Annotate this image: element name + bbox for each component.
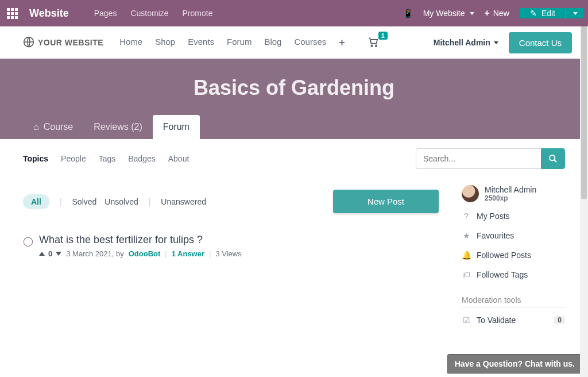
mobile-preview-icon[interactable]: 📱 — [403, 9, 413, 18]
separator: | — [149, 197, 151, 206]
subtab-about[interactable]: About — [168, 154, 189, 163]
subtab-badges[interactable]: Badges — [128, 154, 155, 163]
logo-text: YOUR WEBSITE — [38, 38, 103, 47]
tab-forum[interactable]: Forum — [153, 115, 200, 139]
separator: | — [60, 197, 62, 206]
forum-subnav: Topics People Tags Badges About — [0, 139, 588, 178]
admin-menu-customize[interactable]: Customize — [130, 9, 168, 18]
star-icon: ★ — [462, 231, 471, 240]
my-website-dropdown[interactable]: My Website — [423, 9, 474, 18]
admin-menu-pages[interactable]: Pages — [94, 9, 117, 18]
admin-menu: Pages Customize Promote — [94, 9, 213, 18]
admin-menu-promote[interactable]: Promote — [183, 9, 213, 18]
home-icon — [33, 122, 39, 132]
tab-reviews[interactable]: Reviews (2) — [83, 115, 152, 139]
admin-bar: Website Pages Customize Promote 📱 My Web… — [0, 0, 588, 26]
subtab-people[interactable]: People — [61, 154, 86, 163]
new-post-button[interactable]: New Post — [333, 190, 439, 213]
cart-badge: 1 — [378, 32, 388, 40]
site-menu: Home Shop Events Forum Blog Courses + — [119, 37, 345, 49]
post-date: 3 March 2021, by — [66, 249, 123, 258]
apps-icon[interactable] — [5, 6, 20, 21]
svg-point-2 — [376, 45, 377, 47]
search-button[interactable] — [541, 148, 565, 169]
sidebar-followed-posts[interactable]: 🔔Followed Posts — [462, 251, 565, 260]
nav-events[interactable]: Events — [188, 37, 214, 49]
nav-blog[interactable]: Blog — [264, 37, 281, 49]
nav-home[interactable]: Home — [119, 37, 142, 49]
filter-solved[interactable]: Solved — [72, 197, 97, 206]
sidebar-user-xp: 2500xp — [485, 194, 536, 202]
admin-brand[interactable]: Website — [29, 7, 69, 20]
filter-unsolved[interactable]: Unsolved — [105, 197, 138, 206]
post-item: ◯ What is the best fertilizer for tulips… — [23, 234, 439, 258]
site-logo[interactable]: YOUR WEBSITE — [23, 36, 103, 49]
check-icon: ☑ — [462, 316, 471, 325]
edit-button[interactable]: Edit — [520, 8, 566, 18]
downvote-icon[interactable] — [56, 252, 61, 256]
nav-add-icon[interactable]: + — [339, 37, 345, 49]
search-wrap — [416, 148, 565, 169]
bell-icon: 🔔 — [462, 251, 471, 260]
svg-point-1 — [371, 45, 373, 47]
cart-button[interactable]: 1 — [367, 36, 380, 49]
svg-point-3 — [550, 155, 555, 160]
filters: All | Solved Unsolved | Unanswered — [23, 194, 206, 209]
question-icon: ? — [462, 211, 471, 221]
course-tabs: Course Reviews (2) Forum — [0, 115, 588, 139]
sidebar-user[interactable]: Mitchell Admin 2500xp — [462, 185, 565, 202]
nav-forum[interactable]: Forum — [227, 37, 252, 49]
filter-unanswered[interactable]: Unanswered — [161, 197, 206, 206]
main: All | Solved Unsolved | Unanswered New P… — [0, 178, 588, 325]
avatar — [462, 185, 479, 202]
post-title[interactable]: What is the best fertilizer for tulips ? — [39, 234, 439, 246]
nav-courses[interactable]: Courses — [294, 37, 326, 49]
scrollbar[interactable] — [580, 26, 588, 377]
hero: Basics of Gardening Course Reviews (2) F… — [0, 59, 588, 139]
site-nav: YOUR WEBSITE Home Shop Events Forum Blog… — [0, 26, 588, 59]
content-left: All | Solved Unsolved | Unanswered New P… — [23, 178, 439, 325]
upvote-icon[interactable] — [39, 252, 45, 256]
post-answers[interactable]: 1 Answer — [172, 249, 204, 258]
edit-dropdown[interactable] — [566, 8, 583, 18]
sub-tabs: Topics People Tags Badges About — [23, 154, 189, 163]
edit-area: Edit — [520, 8, 583, 18]
new-button[interactable]: New — [485, 8, 509, 18]
discussion-icon: ◯ — [23, 236, 33, 258]
vote-control: 0 — [39, 249, 61, 258]
to-validate-count: 0 — [554, 316, 565, 324]
tag-icon: 🏷 — [462, 270, 471, 279]
sidebar: Mitchell Admin 2500xp ?My Posts ★Favouri… — [462, 185, 565, 325]
nav-shop[interactable]: Shop — [155, 37, 175, 49]
plus-icon — [485, 8, 490, 18]
tab-course[interactable]: Course — [23, 115, 83, 139]
user-dropdown[interactable]: Mitchell Admin — [434, 38, 498, 47]
page-title: Basics of Gardening — [0, 76, 588, 115]
search-input[interactable] — [416, 148, 541, 169]
subtab-topics[interactable]: Topics — [23, 154, 48, 163]
filter-row: All | Solved Unsolved | Unanswered New P… — [23, 190, 439, 213]
moderation-title: Moderation tools — [462, 295, 565, 307]
sidebar-favourites[interactable]: ★Favourites — [462, 231, 565, 240]
post-views: 3 Views — [215, 249, 241, 258]
filter-all[interactable]: All — [23, 194, 49, 209]
scrollbar-thumb[interactable] — [581, 26, 587, 199]
sidebar-to-validate[interactable]: ☑ To Validate 0 — [462, 316, 565, 325]
chat-widget[interactable]: Have a Question? Chat with us. — [447, 354, 582, 374]
sidebar-user-name: Mitchell Admin — [485, 185, 536, 194]
sidebar-links: ?My Posts ★Favourites 🔔Followed Posts 🏷F… — [462, 211, 565, 279]
subtab-tags[interactable]: Tags — [99, 154, 116, 163]
sidebar-my-posts[interactable]: ?My Posts — [462, 211, 565, 221]
globe-icon — [23, 36, 34, 49]
vote-count: 0 — [48, 249, 52, 258]
post-author[interactable]: OdooBot — [129, 249, 161, 258]
post-meta: 0 3 March 2021, by OdooBot | 1 Answer | … — [39, 249, 439, 258]
pencil-icon — [530, 9, 537, 18]
sidebar-followed-tags[interactable]: 🏷Followed Tags — [462, 270, 565, 279]
contact-us-button[interactable]: Contact Us — [509, 32, 572, 53]
